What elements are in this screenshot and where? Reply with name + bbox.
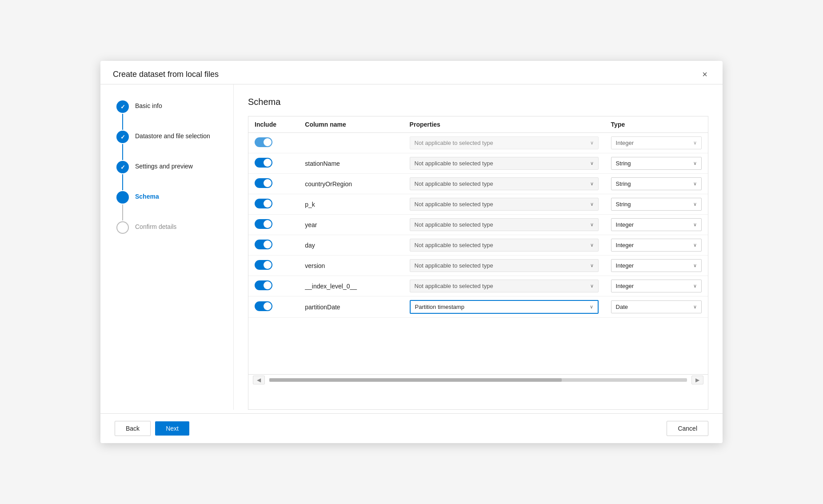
type-dropdown-1[interactable]: String∨ bbox=[611, 157, 702, 170]
col-header-colname: Column name bbox=[299, 116, 403, 133]
type-chevron-3: ∨ bbox=[693, 201, 697, 207]
toggle-7[interactable] bbox=[255, 280, 272, 290]
table-row: p_kNot applicable to selected type∨Strin… bbox=[248, 194, 708, 215]
toggle-6[interactable] bbox=[255, 260, 272, 270]
connector-1 bbox=[122, 114, 123, 130]
table-row: partitionDatePartition timestamp∨Date∨ bbox=[248, 296, 708, 318]
type-cell-4: Integer∨ bbox=[605, 215, 708, 235]
properties-chevron-8: ∨ bbox=[590, 304, 593, 310]
col-name-8: partitionDate bbox=[299, 296, 403, 318]
step-label-datastore: Datastore and file selection bbox=[135, 131, 210, 140]
toggle-cell-0 bbox=[248, 133, 299, 153]
cancel-button[interactable]: Cancel bbox=[667, 421, 708, 436]
schema-table-scroll[interactable]: Include Column name Properties Type Not … bbox=[248, 116, 708, 374]
properties-dropdown-3[interactable]: Not applicable to selected type∨ bbox=[410, 198, 599, 211]
col-name-4: year bbox=[299, 215, 403, 235]
type-cell-7: Integer∨ bbox=[605, 276, 708, 296]
hscroll-right-btn[interactable]: ▶ bbox=[691, 376, 703, 384]
main-content: Schema Include Column name Properties Ty… bbox=[234, 84, 723, 410]
toggle-cell-1 bbox=[248, 153, 299, 174]
type-chevron-2: ∨ bbox=[693, 181, 697, 187]
table-row: countryOrRegionNot applicable to selecte… bbox=[248, 174, 708, 194]
dialog-title: Create dataset from local files bbox=[113, 70, 219, 79]
next-button[interactable]: Next bbox=[155, 421, 189, 436]
type-dropdown-8[interactable]: Date∨ bbox=[611, 300, 702, 313]
hscroll-left-btn[interactable]: ◀ bbox=[253, 376, 265, 384]
properties-dropdown-6[interactable]: Not applicable to selected type∨ bbox=[410, 259, 599, 272]
type-cell-2: String∨ bbox=[605, 174, 708, 194]
col-header-type: Type bbox=[605, 116, 708, 133]
type-dropdown-2[interactable]: String∨ bbox=[611, 177, 702, 190]
type-dropdown-6[interactable]: Integer∨ bbox=[611, 259, 702, 272]
properties-dropdown-4[interactable]: Not applicable to selected type∨ bbox=[410, 218, 599, 231]
connector-4 bbox=[122, 204, 123, 220]
col-header-properties: Properties bbox=[404, 116, 605, 133]
dialog-header: Create dataset from local files × bbox=[100, 61, 723, 84]
type-cell-8: Date∨ bbox=[605, 296, 708, 318]
step-schema: Schema bbox=[116, 191, 221, 221]
step-label-settings: Settings and preview bbox=[135, 161, 193, 170]
properties-cell-2: Not applicable to selected type∨ bbox=[404, 174, 605, 194]
properties-dropdown-1[interactable]: Not applicable to selected type∨ bbox=[410, 157, 599, 170]
table-row: yearNot applicable to selected type∨Inte… bbox=[248, 215, 708, 235]
type-dropdown-4[interactable]: Integer∨ bbox=[611, 218, 702, 231]
step-circle-schema bbox=[116, 191, 129, 204]
toggle-cell-2 bbox=[248, 174, 299, 194]
properties-cell-4: Not applicable to selected type∨ bbox=[404, 215, 605, 235]
sidebar: ✓ Basic info ✓ Datastore and file select… bbox=[100, 84, 234, 410]
properties-dropdown-0[interactable]: Not applicable to selected type∨ bbox=[410, 136, 599, 149]
table-row: stationNameNot applicable to selected ty… bbox=[248, 153, 708, 174]
properties-cell-6: Not applicable to selected type∨ bbox=[404, 256, 605, 276]
type-dropdown-5[interactable]: Integer∨ bbox=[611, 239, 702, 252]
properties-dropdown-2[interactable]: Not applicable to selected type∨ bbox=[410, 177, 599, 190]
col-name-7: __index_level_0__ bbox=[299, 276, 403, 296]
properties-chevron-2: ∨ bbox=[590, 181, 594, 187]
type-chevron-7: ∨ bbox=[693, 283, 697, 289]
table-row: Not applicable to selected type∨Integer∨ bbox=[248, 133, 708, 153]
step-confirm: Confirm details bbox=[116, 221, 221, 234]
type-chevron-4: ∨ bbox=[693, 222, 697, 228]
back-button[interactable]: Back bbox=[115, 421, 151, 436]
hscroll-row: ◀ ▶ bbox=[248, 374, 708, 385]
properties-dropdown-7[interactable]: Not applicable to selected type∨ bbox=[410, 280, 599, 292]
properties-chevron-5: ∨ bbox=[590, 242, 594, 248]
schema-table-container: Include Column name Properties Type Not … bbox=[248, 116, 708, 410]
properties-cell-3: Not applicable to selected type∨ bbox=[404, 194, 605, 215]
type-dropdown-3[interactable]: String∨ bbox=[611, 198, 702, 211]
schema-title: Schema bbox=[248, 97, 708, 107]
connector-2 bbox=[122, 144, 123, 160]
type-dropdown-7[interactable]: Integer∨ bbox=[611, 280, 702, 292]
step-circle-settings: ✓ bbox=[116, 161, 129, 173]
toggle-4[interactable] bbox=[255, 219, 272, 229]
col-name-3: p_k bbox=[299, 194, 403, 215]
col-header-include: Include bbox=[248, 116, 299, 133]
toggle-2[interactable] bbox=[255, 178, 272, 188]
type-chevron-6: ∨ bbox=[693, 263, 697, 268]
close-button[interactable]: × bbox=[699, 69, 710, 80]
toggle-0[interactable] bbox=[255, 137, 272, 147]
type-cell-0: Integer∨ bbox=[605, 133, 708, 153]
step-circle-basic-info: ✓ bbox=[116, 100, 129, 113]
table-row: dayNot applicable to selected type∨Integ… bbox=[248, 235, 708, 256]
type-chevron-0: ∨ bbox=[693, 140, 697, 146]
type-chevron-1: ∨ bbox=[693, 160, 697, 166]
schema-table: Include Column name Properties Type Not … bbox=[248, 116, 708, 318]
col-name-2: countryOrRegion bbox=[299, 174, 403, 194]
step-circle-confirm bbox=[116, 221, 129, 234]
toggle-5[interactable] bbox=[255, 240, 272, 249]
toggle-3[interactable] bbox=[255, 199, 272, 208]
col-name-5: day bbox=[299, 235, 403, 256]
step-settings: ✓ Settings and preview bbox=[116, 161, 221, 191]
type-dropdown-0[interactable]: Integer∨ bbox=[611, 136, 702, 149]
properties-chevron-7: ∨ bbox=[590, 283, 594, 289]
properties-dropdown-5[interactable]: Not applicable to selected type∨ bbox=[410, 239, 599, 252]
properties-dropdown-8[interactable]: Partition timestamp∨ bbox=[410, 300, 599, 314]
properties-cell-7: Not applicable to selected type∨ bbox=[404, 276, 605, 296]
type-chevron-5: ∨ bbox=[693, 242, 697, 248]
col-name-1: stationName bbox=[299, 153, 403, 174]
properties-chevron-6: ∨ bbox=[590, 263, 594, 268]
toggle-8[interactable] bbox=[255, 301, 272, 311]
type-cell-5: Integer∨ bbox=[605, 235, 708, 256]
toggle-1[interactable] bbox=[255, 158, 272, 168]
properties-cell-5: Not applicable to selected type∨ bbox=[404, 235, 605, 256]
